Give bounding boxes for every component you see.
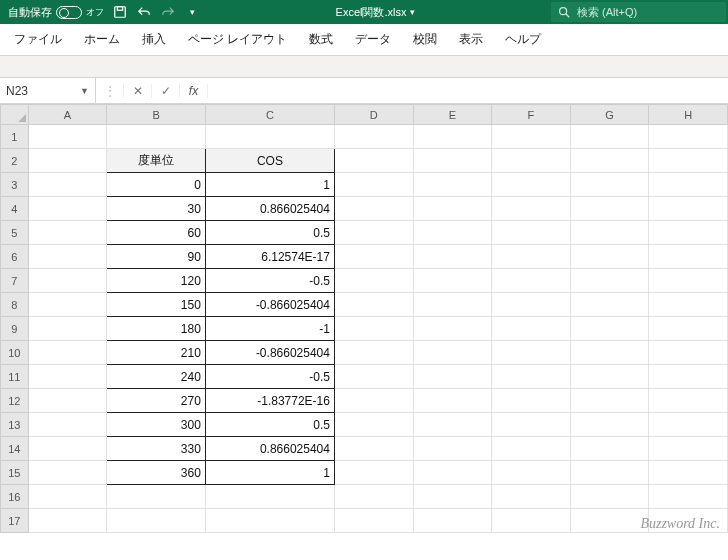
cell-A6[interactable]	[28, 245, 107, 269]
cell-H12[interactable]	[649, 389, 728, 413]
cell-E9[interactable]	[413, 317, 492, 341]
cell-F1[interactable]	[492, 125, 571, 149]
cell-D7[interactable]	[334, 269, 413, 293]
cell-H2[interactable]	[649, 149, 728, 173]
tab-data[interactable]: データ	[353, 25, 393, 54]
cell-D4[interactable]	[334, 197, 413, 221]
cell-C6[interactable]: 6.12574E-17	[205, 245, 334, 269]
column-header-B[interactable]: B	[107, 105, 206, 125]
cell-D3[interactable]	[334, 173, 413, 197]
cell-E16[interactable]	[413, 485, 492, 509]
cell-G12[interactable]	[570, 389, 649, 413]
tab-pagelayout[interactable]: ページ レイアウト	[186, 25, 289, 54]
cell-D1[interactable]	[334, 125, 413, 149]
cell-G8[interactable]	[570, 293, 649, 317]
cell-A14[interactable]	[28, 437, 107, 461]
cell-E3[interactable]	[413, 173, 492, 197]
cell-G15[interactable]	[570, 461, 649, 485]
column-header-H[interactable]: H	[649, 105, 728, 125]
column-header-A[interactable]: A	[28, 105, 107, 125]
cell-H5[interactable]	[649, 221, 728, 245]
cell-C13[interactable]: 0.5	[205, 413, 334, 437]
cell-F17[interactable]	[492, 509, 571, 533]
cell-A3[interactable]	[28, 173, 107, 197]
cell-A9[interactable]	[28, 317, 107, 341]
cell-D15[interactable]	[334, 461, 413, 485]
cell-E10[interactable]	[413, 341, 492, 365]
row-header-6[interactable]: 6	[1, 245, 29, 269]
cell-B2[interactable]: 度単位	[107, 149, 206, 173]
formula-input[interactable]	[208, 78, 728, 103]
cell-C1[interactable]	[205, 125, 334, 149]
cell-G13[interactable]	[570, 413, 649, 437]
row-header-3[interactable]: 3	[1, 173, 29, 197]
cell-G11[interactable]	[570, 365, 649, 389]
cell-E5[interactable]	[413, 221, 492, 245]
cell-E15[interactable]	[413, 461, 492, 485]
cell-G2[interactable]	[570, 149, 649, 173]
cell-D6[interactable]	[334, 245, 413, 269]
cell-F4[interactable]	[492, 197, 571, 221]
cell-B5[interactable]: 60	[107, 221, 206, 245]
autosave-toggle[interactable]: 自動保存 オフ	[8, 5, 104, 20]
cell-C12[interactable]: -1.83772E-16	[205, 389, 334, 413]
cell-H4[interactable]	[649, 197, 728, 221]
tab-file[interactable]: ファイル	[12, 25, 64, 54]
cell-B1[interactable]	[107, 125, 206, 149]
cell-B6[interactable]: 90	[107, 245, 206, 269]
cell-H10[interactable]	[649, 341, 728, 365]
cell-E7[interactable]	[413, 269, 492, 293]
cell-C8[interactable]: -0.866025404	[205, 293, 334, 317]
cell-D13[interactable]	[334, 413, 413, 437]
cell-H9[interactable]	[649, 317, 728, 341]
cell-A17[interactable]	[28, 509, 107, 533]
cell-E2[interactable]	[413, 149, 492, 173]
cell-E14[interactable]	[413, 437, 492, 461]
cell-B9[interactable]: 180	[107, 317, 206, 341]
cell-F7[interactable]	[492, 269, 571, 293]
cell-B4[interactable]: 30	[107, 197, 206, 221]
cell-F12[interactable]	[492, 389, 571, 413]
cell-D2[interactable]	[334, 149, 413, 173]
cell-A5[interactable]	[28, 221, 107, 245]
qat-more-icon[interactable]: ▾	[184, 4, 200, 20]
cell-F15[interactable]	[492, 461, 571, 485]
enter-icon[interactable]: ✓	[152, 84, 180, 98]
cell-B7[interactable]: 120	[107, 269, 206, 293]
row-header-17[interactable]: 17	[1, 509, 29, 533]
cell-D8[interactable]	[334, 293, 413, 317]
cancel-icon[interactable]: ✕	[124, 84, 152, 98]
cell-A16[interactable]	[28, 485, 107, 509]
cell-A4[interactable]	[28, 197, 107, 221]
cell-A15[interactable]	[28, 461, 107, 485]
cell-D10[interactable]	[334, 341, 413, 365]
cell-D11[interactable]	[334, 365, 413, 389]
search-input[interactable]: 検索 (Alt+Q)	[551, 2, 726, 22]
cell-C3[interactable]: 1	[205, 173, 334, 197]
cell-C15[interactable]: 1	[205, 461, 334, 485]
cell-H1[interactable]	[649, 125, 728, 149]
column-header-G[interactable]: G	[570, 105, 649, 125]
cell-B17[interactable]	[107, 509, 206, 533]
row-header-7[interactable]: 7	[1, 269, 29, 293]
cell-E11[interactable]	[413, 365, 492, 389]
cell-H14[interactable]	[649, 437, 728, 461]
cell-H13[interactable]	[649, 413, 728, 437]
cell-C16[interactable]	[205, 485, 334, 509]
tab-review[interactable]: 校閲	[411, 25, 439, 54]
cell-F16[interactable]	[492, 485, 571, 509]
cell-C2[interactable]: COS	[205, 149, 334, 173]
cell-C9[interactable]: -1	[205, 317, 334, 341]
tab-help[interactable]: ヘルプ	[503, 25, 543, 54]
cell-E12[interactable]	[413, 389, 492, 413]
row-header-5[interactable]: 5	[1, 221, 29, 245]
row-header-4[interactable]: 4	[1, 197, 29, 221]
cell-F10[interactable]	[492, 341, 571, 365]
cell-A11[interactable]	[28, 365, 107, 389]
cell-A8[interactable]	[28, 293, 107, 317]
cell-D9[interactable]	[334, 317, 413, 341]
cell-F13[interactable]	[492, 413, 571, 437]
row-header-16[interactable]: 16	[1, 485, 29, 509]
cell-H6[interactable]	[649, 245, 728, 269]
cell-G7[interactable]	[570, 269, 649, 293]
